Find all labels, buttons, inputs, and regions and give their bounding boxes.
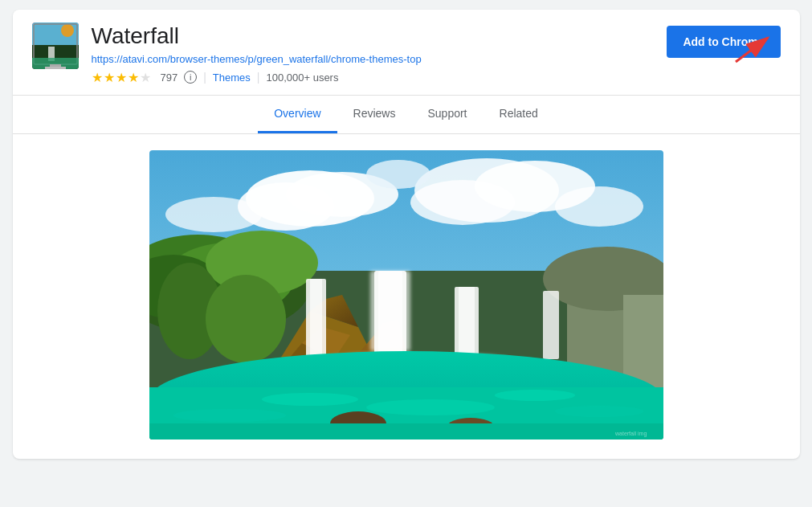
svg-rect-9 bbox=[45, 67, 66, 69]
svg-point-54 bbox=[555, 406, 643, 417]
svg-rect-44 bbox=[543, 291, 559, 359]
svg-point-51 bbox=[366, 399, 495, 415]
tab-overview[interactable]: Overview bbox=[258, 96, 337, 133]
waterfall-svg: waterfall img bbox=[149, 150, 663, 440]
extension-url[interactable]: https://atavi.com/browser-themes/p/green… bbox=[92, 53, 422, 65]
info-icon[interactable]: i bbox=[184, 71, 197, 84]
svg-point-3 bbox=[61, 24, 74, 37]
svg-rect-59 bbox=[149, 423, 663, 440]
header-left: Waterfall https://atavi.com/browser-them… bbox=[32, 22, 422, 85]
tab-related[interactable]: Related bbox=[484, 96, 554, 133]
svg-rect-43 bbox=[459, 287, 475, 363]
tabs-section: Overview Reviews Support Related bbox=[13, 96, 800, 134]
waterfall-screenshot: waterfall img bbox=[149, 150, 663, 440]
svg-point-50 bbox=[262, 393, 358, 406]
divider-2: | bbox=[257, 71, 260, 84]
tab-reviews[interactable]: Reviews bbox=[337, 96, 412, 133]
star-5: ★ bbox=[140, 70, 151, 85]
star-rating: ★ ★ ★ ★ ★ bbox=[92, 70, 151, 85]
page-title: Waterfall bbox=[92, 22, 422, 50]
header-info: Waterfall https://atavi.com/browser-them… bbox=[92, 22, 422, 85]
extension-page: Waterfall https://atavi.com/browser-them… bbox=[13, 10, 800, 459]
meta-row: ★ ★ ★ ★ ★ 797 i | Themes | 100,000+ user… bbox=[92, 70, 422, 85]
content-section: waterfall img bbox=[13, 134, 800, 459]
svg-point-18 bbox=[165, 197, 262, 232]
star-1: ★ bbox=[92, 70, 103, 85]
svg-point-53 bbox=[173, 409, 286, 422]
svg-rect-41 bbox=[370, 271, 410, 351]
svg-point-27 bbox=[206, 275, 286, 363]
star-2: ★ bbox=[104, 70, 115, 85]
svg-text:waterfall img: waterfall img bbox=[614, 431, 647, 437]
divider-1: | bbox=[203, 71, 206, 84]
app-icon bbox=[32, 22, 79, 69]
star-4: ★ bbox=[128, 70, 139, 85]
header-section: Waterfall https://atavi.com/browser-them… bbox=[13, 10, 800, 96]
user-count: 100,000+ users bbox=[266, 72, 338, 84]
svg-point-52 bbox=[495, 390, 575, 401]
star-3: ★ bbox=[116, 70, 127, 85]
category-link[interactable]: Themes bbox=[213, 72, 251, 84]
tab-support[interactable]: Support bbox=[411, 96, 483, 133]
review-count: 797 bbox=[161, 72, 178, 84]
svg-point-17 bbox=[555, 186, 643, 227]
svg-point-19 bbox=[366, 160, 430, 189]
add-to-chrome-button[interactable]: Add to Chrome bbox=[667, 26, 780, 58]
